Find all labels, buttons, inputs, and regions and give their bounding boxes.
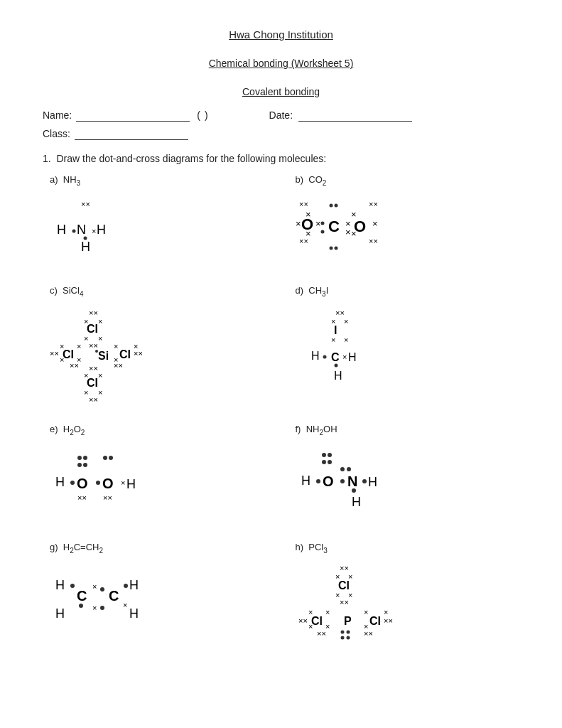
svg-point-91 [322,460,326,464]
name-row: Name: ( ) Date: [43,109,519,122]
svg-point-133 [340,636,344,640]
svg-text:××: ×× [89,341,98,350]
svg-text:×: × [325,622,330,631]
molecule-f: f) NH2OH H O N H [288,424,520,520]
svg-text:×: × [114,342,118,350]
svg-text:Cl: Cl [87,323,98,335]
svg-point-94 [340,479,345,483]
svg-text:×: × [342,353,347,361]
svg-text:O: O [102,476,114,491]
diagram-h2o2: H O ×× O ×× [50,442,178,513]
molecule-e-label: e) H2O2 [50,424,85,437]
svg-text:×: × [77,342,81,350]
date-field[interactable] [298,109,412,122]
svg-point-82 [103,456,107,460]
svg-point-105 [79,604,83,608]
svg-text:H: H [301,473,310,488]
svg-text:×: × [84,388,88,397]
svg-text:×: × [123,601,127,609]
svg-text:H: H [55,475,65,489]
svg-text:××: ×× [364,629,373,638]
worksheet-title: Chemical bonding (Worksheet 5) [43,58,519,69]
class-field[interactable] [75,127,188,140]
svg-text:×: × [384,608,388,616]
diagram-co2: ×× ×× × × × × O C × × [296,193,438,257]
svg-point-18 [329,203,333,207]
svg-text:×: × [344,336,348,344]
molecule-d: d) CH3I ×× × × I × × H C × H [288,285,520,403]
svg-point-101 [347,467,351,471]
svg-point-74 [77,456,82,460]
svg-text:Cl: Cl [87,377,98,389]
svg-point-131 [340,631,344,634]
svg-text:××: ×× [89,309,98,317]
svg-text:××: ×× [114,361,123,370]
diagram-sicl4: ×× × × Cl × × ×× ×× × × Cl × × ×× Si [50,303,163,402]
svg-point-88 [316,479,320,483]
name-field[interactable] [76,109,190,122]
svg-text:×: × [315,218,321,229]
svg-text:×: × [134,342,138,350]
molecule-b: b) CO2 ×× ×× × × × × O C [288,174,520,264]
svg-text:H: H [368,475,377,489]
svg-text:××: ×× [299,200,308,208]
svg-text:××: ×× [369,237,378,245]
date-label: Date: [269,109,293,121]
name-label: Name: [43,109,72,121]
svg-text:H: H [55,578,65,592]
svg-text:×: × [331,336,335,344]
svg-text:C: C [331,351,340,363]
svg-text:×: × [348,591,352,599]
svg-text:×: × [98,317,102,326]
diagram-ethene: H C H × × C [50,560,192,638]
svg-text:Cl: Cl [369,615,381,627]
svg-text:×: × [351,228,357,239]
svg-text:××: ×× [335,309,345,317]
svg-point-71 [334,364,337,368]
svg-point-103 [70,584,75,588]
diagram-nh2oh: H O N H H [296,442,438,520]
svg-text:×: × [345,227,351,237]
svg-point-20 [329,246,333,250]
svg-point-108 [100,587,104,592]
svg-point-89 [322,453,326,457]
svg-point-75 [83,456,87,460]
svg-text:H: H [348,351,357,363]
svg-point-15 [320,221,324,225]
svg-text:C: C [328,218,340,235]
svg-text:O: O [323,473,334,489]
svg-text:××: ×× [70,361,79,370]
svg-point-80 [96,481,100,485]
svg-text:H: H [352,495,361,509]
svg-point-77 [83,463,87,467]
molecule-h-label: h) PCl3 [296,542,328,555]
question-title: 1. Draw the dot-and-cross diagrams for t… [43,153,519,164]
svg-point-99 [352,488,356,493]
svg-text:×: × [296,218,301,229]
svg-point-1 [72,229,76,232]
diagram-ch3i: ×× × × I × × H C × H H [296,303,402,395]
svg-point-110 [100,606,104,610]
svg-text:N: N [77,223,86,237]
svg-text:Cl: Cl [119,348,131,360]
svg-text:C: C [109,588,119,604]
svg-text:××: ×× [369,200,378,208]
svg-text:H: H [129,578,139,592]
svg-text:H: H [81,240,90,254]
svg-text:××: ×× [50,349,59,358]
svg-point-66 [323,355,326,359]
svg-point-92 [328,460,332,464]
svg-point-96 [362,479,367,483]
paren-close: ) [205,109,208,121]
svg-text:O: O [301,215,313,233]
svg-text:H: H [97,223,106,237]
svg-text:H: H [334,370,342,382]
molecule-b-label: b) CO2 [296,174,327,187]
svg-text:×: × [372,218,378,229]
svg-text:O: O [77,476,88,491]
molecule-d-label: d) CH3I [296,285,329,298]
svg-text:Cl: Cl [311,615,323,627]
question-section: 1. Draw the dot-and-cross diagrams for t… [43,153,519,666]
svg-text:×: × [121,478,125,487]
svg-text:×: × [92,604,97,612]
